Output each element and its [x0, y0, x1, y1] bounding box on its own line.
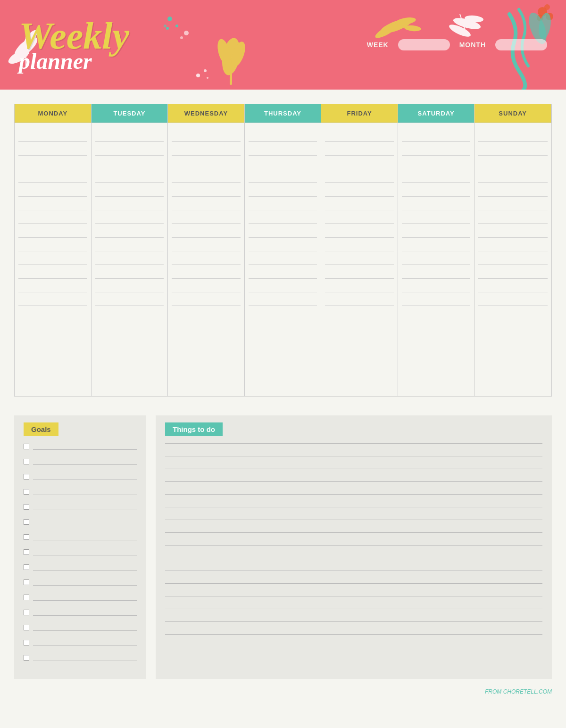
goal-checkbox[interactable] [24, 595, 29, 600]
goal-item[interactable] [24, 534, 137, 540]
day-line [95, 155, 164, 156]
day-line [478, 169, 548, 169]
goal-line [33, 504, 137, 510]
todo-line [165, 609, 542, 609]
day-header-tuesday: TUESDAY [92, 104, 168, 123]
day-column-sunday[interactable] [474, 123, 551, 396]
todo-line [165, 571, 542, 571]
day-line [402, 237, 471, 238]
day-column-thursday[interactable] [245, 123, 322, 396]
day-column-friday[interactable] [321, 123, 398, 396]
todo-panel: Things to do [156, 415, 552, 679]
day-line [402, 182, 471, 183]
goal-item[interactable] [24, 654, 137, 661]
day-line [95, 265, 164, 265]
planner-title: planner [19, 50, 92, 73]
month-input-box[interactable] [495, 39, 547, 50]
day-line [325, 141, 394, 142]
day-line [172, 169, 241, 169]
day-line [172, 265, 241, 265]
goal-checkbox[interactable] [24, 504, 29, 510]
day-header-saturday: SATURDAY [398, 104, 475, 123]
day-line [249, 155, 317, 156]
day-column-wednesday[interactable] [168, 123, 245, 396]
day-line [478, 306, 548, 306]
day-line [18, 210, 87, 210]
goals-list [24, 443, 137, 670]
day-line [172, 251, 241, 251]
goal-item[interactable] [24, 579, 137, 586]
goal-checkbox[interactable] [24, 564, 29, 570]
day-column-monday[interactable] [15, 123, 92, 396]
goals-title: Goals [24, 422, 58, 436]
day-line [325, 196, 394, 197]
day-line [478, 155, 548, 156]
goal-checkbox[interactable] [24, 444, 29, 449]
goal-checkbox[interactable] [24, 534, 29, 540]
goal-item[interactable] [24, 504, 137, 510]
goal-item[interactable] [24, 639, 137, 646]
goal-checkbox[interactable] [24, 640, 29, 645]
day-line [172, 182, 241, 183]
todo-line [165, 456, 542, 456]
day-line [249, 182, 317, 183]
header: Weekly planner WEEK MONTH [0, 0, 566, 90]
goal-item[interactable] [24, 594, 137, 601]
todo-line [165, 545, 542, 546]
day-line [18, 292, 87, 292]
day-line [18, 128, 87, 128]
todo-line [165, 494, 542, 495]
day-line [325, 292, 394, 292]
goal-checkbox[interactable] [24, 610, 29, 615]
day-line [478, 210, 548, 210]
goal-item[interactable] [24, 609, 137, 616]
todo-line [165, 481, 542, 482]
day-line [18, 306, 87, 306]
goal-line [33, 624, 137, 631]
day-line [95, 169, 164, 169]
month-label: MONTH [459, 41, 486, 49]
goal-checkbox[interactable] [24, 625, 29, 630]
day-line [18, 196, 87, 197]
goal-checkbox[interactable] [24, 489, 29, 495]
goal-item[interactable] [24, 488, 137, 495]
day-line [95, 237, 164, 238]
goal-item[interactable] [24, 549, 137, 555]
day-line [249, 141, 317, 142]
svg-point-22 [544, 4, 550, 10]
goal-checkbox[interactable] [24, 549, 29, 555]
day-line [402, 196, 471, 197]
goal-item[interactable] [24, 443, 137, 450]
day-line [402, 265, 471, 265]
goal-checkbox[interactable] [24, 655, 29, 661]
day-header-monday: MONDAY [15, 104, 92, 123]
goal-item[interactable] [24, 473, 137, 480]
goal-checkbox[interactable] [24, 474, 29, 480]
goal-line [33, 594, 137, 601]
day-line [18, 251, 87, 251]
week-month-area: WEEK MONTH [367, 39, 547, 50]
goal-item[interactable] [24, 458, 137, 465]
goal-item[interactable] [24, 624, 137, 631]
goal-checkbox[interactable] [24, 519, 29, 525]
day-line [478, 237, 548, 238]
goal-line [33, 639, 137, 646]
goal-item[interactable] [24, 564, 137, 571]
day-line [249, 128, 317, 128]
goals-panel: Goals [14, 415, 146, 679]
day-line [325, 223, 394, 224]
todo-line [165, 558, 542, 558]
day-column-tuesday[interactable] [92, 123, 168, 396]
day-line [478, 278, 548, 279]
goal-line [33, 488, 137, 495]
day-line [172, 237, 241, 238]
goal-checkbox[interactable] [24, 579, 29, 585]
day-column-saturday[interactable] [398, 123, 475, 396]
day-line [172, 128, 241, 128]
week-input-box[interactable] [398, 39, 450, 50]
day-line [18, 182, 87, 183]
goal-checkbox[interactable] [24, 459, 29, 464]
goal-line [33, 519, 137, 525]
todo-line [165, 621, 542, 622]
goal-item[interactable] [24, 519, 137, 525]
